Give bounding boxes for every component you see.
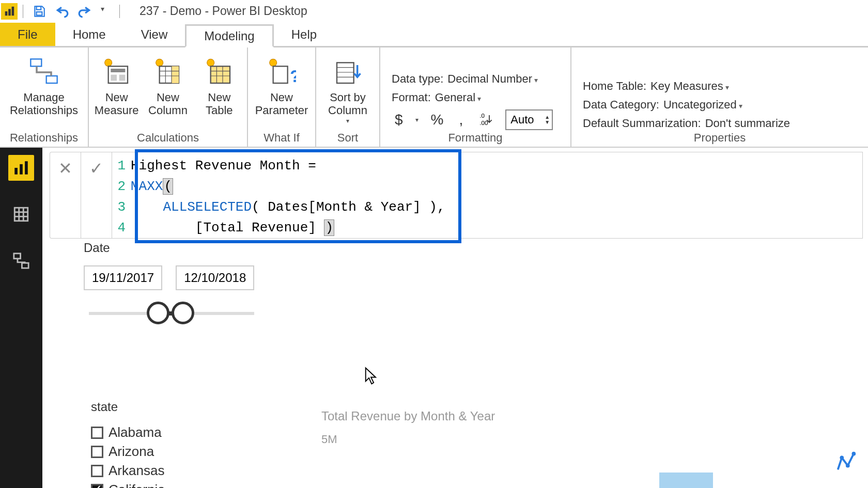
checkbox-icon[interactable]	[91, 465, 103, 477]
tab-modeling[interactable]: Modeling	[185, 24, 273, 48]
new-measure-icon	[100, 56, 133, 89]
formula-commit-button[interactable]: ✓	[81, 152, 112, 239]
manage-relationships-button[interactable]: Manage Relationships	[4, 51, 84, 117]
date-slicer[interactable]: Date 19/11/2017 12/10/2018	[84, 241, 290, 321]
svg-rect-34	[14, 168, 18, 175]
svg-rect-43	[22, 263, 28, 268]
new-table-button[interactable]: New Table	[196, 51, 243, 117]
group-whatif: What If	[252, 130, 311, 145]
svg-rect-6	[47, 76, 57, 83]
comma-button[interactable]: ,	[456, 112, 466, 128]
svg-rect-0	[5, 11, 8, 15]
group-relationships: Relationships	[4, 130, 84, 145]
cursor-icon	[364, 367, 378, 387]
formula-cancel-button[interactable]: ✕	[50, 152, 81, 239]
subscribe-icon[interactable]	[834, 450, 858, 474]
percent-button[interactable]: %	[428, 112, 447, 128]
svg-rect-1	[8, 9, 11, 15]
svg-rect-5	[30, 59, 41, 66]
chart-ytick: 5M	[321, 433, 337, 446]
state-option[interactable]: ✓California	[91, 482, 277, 488]
group-calculations: Calculations	[93, 130, 243, 145]
svg-text:?: ?	[290, 67, 296, 86]
qat-customize-icon[interactable]: ▾	[101, 5, 114, 18]
svg-rect-20	[211, 66, 230, 83]
svg-point-7	[104, 59, 112, 66]
state-option[interactable]: Alabama	[91, 424, 277, 440]
svg-text:.0: .0	[480, 112, 485, 118]
save-icon[interactable]	[33, 5, 46, 18]
window-title: 237 - Demo - Power BI Desktop	[140, 4, 307, 18]
svg-point-46	[840, 456, 844, 460]
decimals-icon[interactable]: .0.00	[475, 112, 496, 129]
new-measure-button[interactable]: New Measure	[93, 51, 140, 117]
svg-rect-9	[111, 69, 125, 72]
svg-point-44	[852, 452, 856, 456]
svg-rect-36	[25, 161, 28, 175]
svg-rect-35	[20, 164, 23, 175]
checkbox-icon[interactable]: ✓	[91, 484, 103, 489]
state-option[interactable]: Arizona	[91, 444, 277, 460]
new-parameter-button[interactable]: ? New Parameter	[252, 51, 311, 117]
currency-button[interactable]: $	[392, 112, 406, 128]
date-start-input[interactable]: 19/11/2017	[84, 265, 162, 290]
new-parameter-icon: ?	[265, 56, 298, 89]
state-option[interactable]: Arkansas	[91, 463, 277, 479]
chart-title: Total Revenue by Month & Year	[321, 409, 495, 423]
formula-editor[interactable]: 1Highest Revenue Month =2MAXX(3 ALLSELEC…	[112, 152, 863, 239]
checkbox-icon[interactable]	[91, 446, 103, 458]
svg-point-12	[156, 59, 163, 66]
home-table-dropdown[interactable]: Home Table: Key Measures	[583, 80, 857, 93]
checkbox-icon[interactable]	[91, 427, 103, 439]
app-logo	[1, 3, 18, 20]
date-end-input[interactable]: 12/10/2018	[176, 265, 254, 290]
svg-rect-2	[12, 6, 14, 15]
svg-rect-37	[14, 208, 28, 221]
undo-icon[interactable]	[55, 5, 69, 18]
group-properties: Properties	[576, 130, 864, 145]
date-range-slider[interactable]	[89, 306, 254, 321]
data-view-button[interactable]	[8, 201, 34, 227]
format-dropdown[interactable]: Format: General	[392, 91, 559, 104]
new-table-icon	[203, 56, 236, 89]
data-category-dropdown[interactable]: Data Category: Uncategorized	[583, 98, 857, 112]
tab-help[interactable]: Help	[274, 23, 334, 46]
svg-rect-28	[337, 62, 354, 83]
svg-point-25	[270, 59, 277, 66]
svg-point-45	[846, 464, 850, 468]
slider-thumb-start[interactable]	[147, 302, 169, 324]
relationships-icon	[27, 56, 60, 89]
state-slicer[interactable]: state AlabamaArizonaArkansas✓California	[91, 400, 277, 488]
sort-by-column-button[interactable]: Sort by Column ▾	[320, 51, 375, 124]
data-type-dropdown[interactable]: Data type: Decimal Number	[392, 72, 559, 86]
svg-rect-11	[119, 75, 125, 81]
default-summarization-dropdown[interactable]: Default Summarization: Don't summarize	[583, 117, 857, 130]
group-sort: Sort	[320, 130, 375, 145]
sort-icon	[331, 56, 364, 89]
svg-point-19	[207, 59, 214, 66]
group-formatting: Formatting	[384, 130, 566, 145]
model-view-button[interactable]	[8, 248, 34, 274]
svg-rect-3	[37, 6, 41, 10]
decimal-places-spinner[interactable]: ▲▼	[505, 109, 553, 130]
tooltip-box	[659, 473, 713, 488]
svg-rect-10	[111, 75, 117, 81]
slider-thumb-end[interactable]	[172, 302, 194, 324]
svg-rect-4	[37, 12, 42, 15]
report-view-button[interactable]	[8, 155, 34, 181]
tab-file[interactable]: File	[0, 23, 55, 46]
redo-icon[interactable]	[78, 5, 91, 18]
svg-rect-26	[273, 66, 288, 83]
new-column-icon	[151, 56, 184, 89]
new-column-button[interactable]: New Column	[144, 51, 191, 117]
tab-view[interactable]: View	[123, 23, 185, 46]
svg-rect-42	[14, 254, 21, 259]
svg-rect-14	[172, 66, 179, 83]
tab-home[interactable]: Home	[55, 23, 123, 46]
